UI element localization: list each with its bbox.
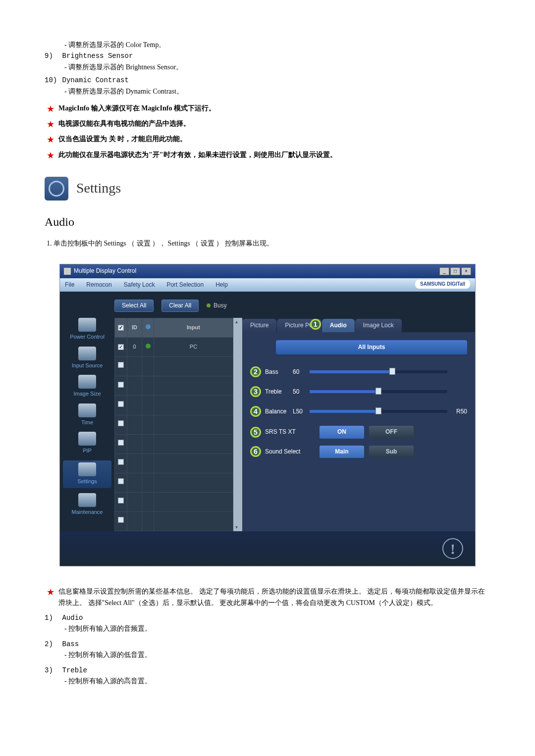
power-icon	[78, 318, 96, 332]
table-row[interactable]	[115, 473, 233, 492]
app-window: Multiple Display Control _ □ × File Remo…	[59, 264, 476, 566]
table-row[interactable]	[115, 434, 233, 454]
list-title: Treble	[62, 666, 87, 674]
status-icon	[146, 324, 151, 329]
grid-scrollbar[interactable]	[233, 318, 242, 531]
table-row[interactable]	[115, 511, 233, 531]
row-checkbox[interactable]	[118, 344, 124, 350]
tab-audio[interactable]: 1 Audio	[322, 319, 355, 332]
slider-thumb[interactable]	[375, 388, 381, 395]
badge-icon: 2	[250, 366, 261, 377]
badge-1: 1	[310, 319, 321, 330]
slider-track[interactable]	[310, 410, 447, 413]
menubar: File Remocon Safety Lock Port Selection …	[60, 278, 475, 292]
table-row[interactable]	[115, 415, 233, 434]
step-text: 1. 单击控制板中的 Settings （ 设置 ）， Settings （ 设…	[47, 238, 490, 249]
settings-icon	[45, 177, 68, 201]
all-inputs-button[interactable]: All Inputs	[276, 340, 467, 354]
sidebar: Power Control Input Source Image Size Ti…	[60, 318, 114, 531]
pip-icon	[78, 432, 96, 446]
list-title: Brightness Sensor	[62, 52, 133, 60]
star-text: 电视源仅能在具有电视功能的产品中选择。	[58, 118, 190, 129]
menu-port-selection[interactable]: Port Selection	[166, 280, 204, 290]
slider-track[interactable]	[310, 390, 447, 393]
busy-indicator: Busy	[207, 301, 227, 310]
list-desc: - 控制所有输入源的高音置。	[64, 676, 490, 687]
settings-sidebar-icon	[78, 462, 96, 476]
minimize-button[interactable]: _	[439, 267, 449, 275]
sidebar-item-input[interactable]: Input Source	[63, 347, 111, 370]
clear-all-button[interactable]: Clear All	[161, 300, 199, 312]
list-desc: - 控制所有输入源的低音置。	[64, 650, 490, 660]
menu-file[interactable]: File	[65, 280, 74, 290]
sidebar-item-time[interactable]: Time	[63, 403, 111, 427]
maximize-button[interactable]: □	[450, 267, 460, 275]
slider-balance[interactable]: 4BalanceL50R50	[250, 406, 467, 417]
star-icon: ★	[47, 103, 54, 115]
menu-help[interactable]: Help	[215, 280, 228, 290]
toggle-on-button[interactable]: ON	[320, 426, 364, 438]
table-row[interactable]: 0 PC	[115, 338, 233, 357]
slider-label: Balance	[265, 407, 293, 416]
maintenance-icon	[78, 493, 96, 507]
star-text: 此功能仅在显示器电源状态为"开"时才有效，如果未进行设置，则使用出厂默认显示设置…	[58, 150, 337, 160]
col-checkbox[interactable]	[115, 318, 127, 338]
close-button[interactable]: ×	[461, 267, 471, 275]
row-id: 0	[127, 338, 142, 357]
settings-tabs: Picture Picture PC 1 Audio Image Lock	[242, 318, 475, 332]
tab-image-lock[interactable]: Image Lock	[355, 319, 402, 332]
slider-thumb[interactable]	[375, 407, 381, 414]
list-num: 9)	[45, 50, 60, 61]
bottom-notes: ★信息窗格显示设置控制所需的某些基本信息。 选定了每项功能后，所选功能的设置值显…	[45, 586, 490, 608]
sidebar-item-power[interactable]: Power Control	[63, 318, 111, 342]
star-text: MagicInfo 输入来源仅可在 MagicInfo 模式下运行。	[58, 103, 215, 114]
busy-dot-icon	[207, 303, 211, 307]
star-icon: ★	[47, 586, 54, 599]
table-row[interactable]	[115, 492, 233, 511]
slider-label: Treble	[265, 387, 293, 397]
sidebar-item-maintenance[interactable]: Maintenance	[63, 493, 111, 517]
sidebar-item-settings[interactable]: Settings	[63, 460, 111, 488]
menu-safety-lock[interactable]: Safety Lock	[124, 280, 155, 290]
slider-treble[interactable]: 3Treble50	[250, 386, 467, 397]
status-dot-icon	[146, 344, 151, 349]
numbered-list: 1) Audio - 控制所有输入源的音频置。 2) Bass - 控制所有输入…	[45, 612, 490, 687]
sidebar-item-pip[interactable]: PIP	[63, 432, 111, 455]
menu-remocon[interactable]: Remocon	[86, 280, 111, 290]
display-grid: ID Input 0 PC	[114, 318, 233, 531]
star-icon: ★	[47, 134, 54, 146]
table-row[interactable]	[115, 376, 233, 396]
brand-badge: SAMSUNG DIGITall	[415, 280, 470, 289]
sidebar-item-image-size[interactable]: Image Size	[63, 375, 111, 399]
list-num: 10)	[45, 75, 60, 86]
toggle-off-button[interactable]: Sub	[369, 446, 414, 458]
slider-bass[interactable]: 2Bass60	[250, 366, 467, 377]
table-row[interactable]	[115, 357, 233, 376]
table-row[interactable]	[115, 454, 233, 473]
list-title: Dynamic Contrast	[62, 76, 129, 84]
toggle-label: SRS TS XT	[265, 427, 315, 437]
time-icon	[78, 403, 96, 417]
slider-thumb[interactable]	[389, 368, 395, 375]
toggle-label: Sound Select	[265, 447, 315, 456]
list-desc: - 调整所选显示器的 Brightness Sensor。	[64, 62, 490, 73]
toggle-off-button[interactable]: OFF	[369, 426, 414, 438]
table-row[interactable]	[115, 396, 233, 415]
list-num: 1)	[45, 612, 60, 623]
badge-icon: 3	[250, 386, 261, 397]
toolbar: Select All Clear All Busy	[60, 292, 475, 318]
col-status[interactable]	[142, 318, 154, 338]
col-id[interactable]: ID	[127, 318, 142, 338]
toggle-on-button[interactable]: Main	[320, 446, 364, 458]
list-title: Audio	[62, 614, 83, 622]
settings-panel: Picture Picture PC 1 Audio Image Lock Al…	[242, 318, 475, 531]
select-all-button[interactable]: Select All	[114, 300, 154, 312]
list-title: Bass	[62, 640, 79, 648]
slider-track[interactable]	[310, 370, 447, 373]
list-desc: - 调整所选显示器的 Dynamic Contrast。	[64, 86, 490, 97]
window-title: Multiple Display Control	[74, 266, 439, 276]
tab-picture[interactable]: Picture	[242, 319, 276, 332]
col-input[interactable]: Input	[154, 318, 233, 338]
star-text: 信息窗格显示设置控制所需的某些基本信息。 选定了每项功能后，所选功能的设置值显示…	[58, 586, 490, 608]
info-icon[interactable]: !	[442, 538, 463, 559]
